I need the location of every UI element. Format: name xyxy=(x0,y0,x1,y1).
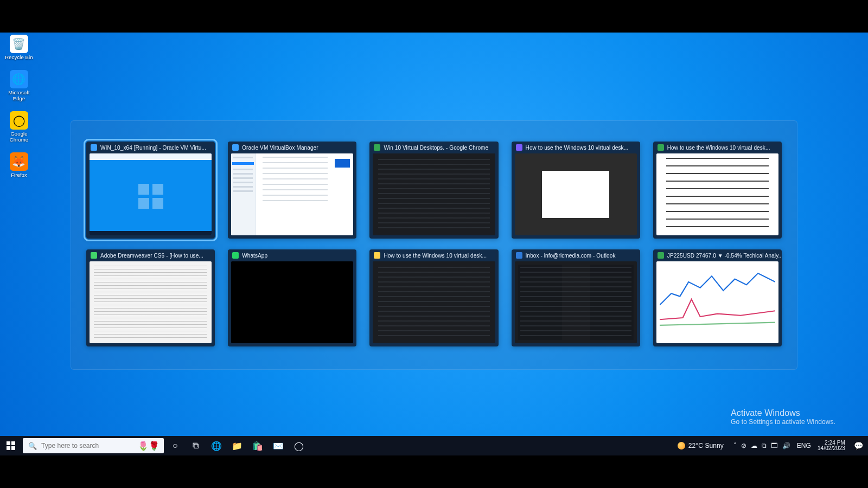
switcher-window-8[interactable]: Inbox - info@ricmedia.com - Outlook xyxy=(512,249,640,346)
switcher-app-icon xyxy=(516,252,522,259)
switcher-app-icon xyxy=(374,252,380,259)
firefox-icon: 🦊 xyxy=(10,152,28,171)
switcher-window-7[interactable]: How to use the Windows 10 virtual desk..… xyxy=(369,249,498,346)
switcher-window-title: WhatsApp xyxy=(242,253,267,259)
google-chrome-icon: ◯ xyxy=(10,111,28,130)
activation-watermark: Activate Windows Go to Settings to activ… xyxy=(731,408,835,426)
switcher-app-icon xyxy=(658,144,664,151)
desktop-icon-label: Google Chrome xyxy=(3,131,35,143)
switcher-window-titlebar: Oracle VM VirtualBox Manager xyxy=(228,142,356,153)
watermark-title: Activate Windows xyxy=(731,408,835,418)
cortana-button[interactable]: ○ xyxy=(165,436,186,455)
search-decoration-icon: 🌷🌹 xyxy=(138,441,159,451)
switcher-window-1[interactable]: Oracle VM VirtualBox Manager xyxy=(228,142,356,239)
taskbar-clock[interactable]: 2:24 PM 14/02/2023 xyxy=(813,440,850,452)
desktop-icon-label: Microsoft Edge xyxy=(3,90,35,101)
tray-icon-1[interactable]: ⊘ xyxy=(741,442,746,450)
task-switcher: WIN_10_x64 [Running] - Oracle VM Virtu..… xyxy=(71,120,797,370)
switcher-window-9[interactable]: JP225USD 27467.0 ▼ -0.54% Techical Analy… xyxy=(653,249,782,346)
taskbar: 🔍 🌷🌹 ○ ⧉ 🌐 📁 🛍️ ✉️ ◯ 22°C Sunny ˄⊘☁⧉🗔🔊 E… xyxy=(0,436,868,455)
svg-rect-1 xyxy=(11,441,15,445)
switcher-window-titlebar: How to use the Windows 10 virtual desk..… xyxy=(512,142,640,153)
start-button[interactable] xyxy=(0,436,22,455)
switcher-window-4[interactable]: How to use the Windows 10 virtual desk..… xyxy=(653,142,782,239)
taskbar-app-store[interactable]: 🛍️ xyxy=(247,436,268,455)
switcher-window-titlebar: WIN_10_x64 [Running] - Oracle VM Virtu..… xyxy=(86,142,215,153)
taskbar-app-mail[interactable]: ✉️ xyxy=(268,436,289,455)
switcher-window-preview xyxy=(90,153,212,235)
switcher-window-preview xyxy=(515,261,637,343)
watermark-subtitle: Go to Settings to activate Windows. xyxy=(731,418,835,426)
task-view-button[interactable]: ⧉ xyxy=(186,436,206,455)
switcher-window-preview xyxy=(373,261,495,343)
switcher-window-5[interactable]: Adobe Dreamweaver CS6 - [How to use... xyxy=(86,249,215,346)
desktop-icon-microsoft-edge[interactable]: 🌐 Microsoft Edge xyxy=(3,70,35,101)
switcher-window-6[interactable]: WhatsApp xyxy=(228,249,356,346)
switcher-app-icon xyxy=(232,144,239,151)
switcher-app-icon xyxy=(91,252,97,259)
tray-icon-5[interactable]: 🔊 xyxy=(782,442,790,450)
weather-sun-icon xyxy=(678,442,685,450)
switcher-window-preview xyxy=(90,261,212,343)
switcher-window-title: Oracle VM VirtualBox Manager xyxy=(242,145,318,151)
switcher-window-titlebar: WhatsApp xyxy=(228,249,356,261)
switcher-window-preview xyxy=(656,261,778,343)
svg-rect-2 xyxy=(7,446,10,450)
tray-icon-4[interactable]: 🗔 xyxy=(771,442,777,450)
switcher-window-preview xyxy=(231,153,353,235)
switcher-window-title: JP225USD 27467.0 ▼ -0.54% Techical Analy… xyxy=(667,253,782,259)
switcher-window-preview xyxy=(656,153,778,235)
taskbar-weather[interactable]: 22°C Sunny xyxy=(672,442,729,450)
search-input[interactable] xyxy=(41,442,128,450)
switcher-window-3[interactable]: How to use the Windows 10 virtual desk..… xyxy=(512,142,640,239)
clock-date: 14/02/2023 xyxy=(818,446,845,452)
switcher-app-icon xyxy=(658,252,664,259)
microsoft-edge-icon: 🌐 xyxy=(10,70,28,88)
weather-text: 22°C Sunny xyxy=(688,442,724,450)
switcher-window-title: How to use the Windows 10 virtual desk..… xyxy=(667,145,770,151)
tray-icon-3[interactable]: ⧉ xyxy=(762,442,767,450)
desktop-icon-google-chrome[interactable]: ◯ Google Chrome xyxy=(3,111,35,143)
taskbar-app-edge[interactable]: 🌐 xyxy=(206,436,227,455)
tray-language[interactable]: ENG xyxy=(795,442,813,450)
desktop-icon-firefox[interactable]: 🦊 Firefox xyxy=(3,152,35,178)
switcher-window-title: Inbox - info@ricmedia.com - Outlook xyxy=(526,253,616,259)
switcher-window-titlebar: Inbox - info@ricmedia.com - Outlook xyxy=(512,249,640,261)
switcher-app-icon xyxy=(91,144,97,151)
switcher-window-preview xyxy=(231,261,353,343)
system-tray: ˄⊘☁⧉🗔🔊 xyxy=(729,442,795,450)
search-icon: 🔍 xyxy=(28,442,37,450)
switcher-window-title: WIN_10_x64 [Running] - Oracle VM Virtu..… xyxy=(100,145,206,151)
desktop-icon-recycle-bin[interactable]: 🗑️ Recycle Bin xyxy=(3,35,35,60)
svg-rect-0 xyxy=(7,441,10,445)
switcher-app-icon xyxy=(232,252,239,259)
switcher-window-title: How to use the Windows 10 virtual desk..… xyxy=(384,253,487,259)
switcher-window-titlebar: How to use the Windows 10 virtual desk..… xyxy=(369,249,498,261)
desktop-icon-label: Recycle Bin xyxy=(5,55,33,60)
tray-icon-0[interactable]: ˄ xyxy=(733,442,737,450)
switcher-window-titlebar: Adobe Dreamweaver CS6 - [How to use... xyxy=(86,249,215,261)
recycle-bin-icon: 🗑️ xyxy=(10,35,28,53)
switcher-window-titlebar: JP225USD 27467.0 ▼ -0.54% Techical Analy… xyxy=(653,249,782,261)
switcher-window-title: How to use the Windows 10 virtual desk..… xyxy=(526,145,629,151)
switcher-window-titlebar: How to use the Windows 10 virtual desk..… xyxy=(653,142,782,153)
tray-icon-2[interactable]: ☁ xyxy=(751,442,757,450)
switcher-window-preview xyxy=(515,153,637,235)
switcher-window-title: Win 10 Virtual Desktops. - Google Chrome xyxy=(384,145,488,151)
desktop-icons: 🗑️ Recycle Bin🌐 Microsoft Edge◯ Google C… xyxy=(3,35,35,178)
action-center-button[interactable]: 💬 xyxy=(850,441,868,450)
switcher-window-preview xyxy=(373,153,495,235)
taskbar-search[interactable]: 🔍 🌷🌹 xyxy=(23,438,164,453)
svg-rect-3 xyxy=(11,446,15,450)
switcher-window-title: Adobe Dreamweaver CS6 - [How to use... xyxy=(100,253,203,259)
switcher-window-0[interactable]: WIN_10_x64 [Running] - Oracle VM Virtu..… xyxy=(86,142,215,239)
switcher-window-titlebar: Win 10 Virtual Desktops. - Google Chrome xyxy=(369,142,498,153)
letterbox-top xyxy=(0,0,868,33)
taskbar-app-chrome[interactable]: ◯ xyxy=(289,436,309,455)
switcher-app-icon xyxy=(516,144,522,151)
letterbox-bottom xyxy=(0,455,868,488)
switcher-app-icon xyxy=(374,144,380,151)
switcher-window-2[interactable]: Win 10 Virtual Desktops. - Google Chrome xyxy=(369,142,498,239)
taskbar-app-explorer[interactable]: 📁 xyxy=(227,436,247,455)
desktop-icon-label: Firefox xyxy=(11,172,27,178)
